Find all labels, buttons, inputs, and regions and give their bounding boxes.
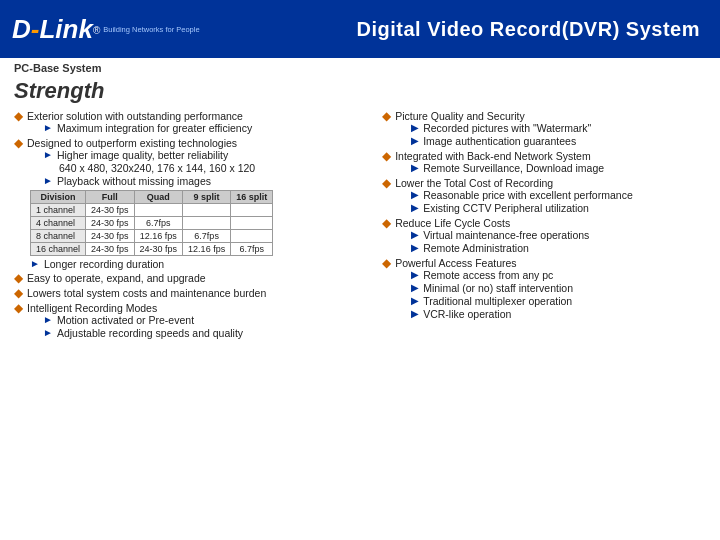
bullet-intelligent-text: Intelligent Recording Modes	[27, 302, 157, 314]
sub-item-int-1: ► Adjustable recording speeds and qualit…	[31, 327, 243, 339]
right-sub-3-1: ▶Remote Administration	[399, 242, 589, 254]
fps-table-body: 1 channel24-30 fps4 channel24-30 fps6.7f…	[31, 204, 273, 256]
strength-title: Strength	[14, 78, 706, 104]
diamond-icon-3: ◆	[14, 271, 23, 285]
bullet-lowers: ◆ Lowers total system costs and maintena…	[14, 287, 370, 300]
diamond-icon-1: ◆	[14, 109, 23, 123]
arrow-icon-2-0: ►	[43, 149, 53, 160]
right-sub-items-3: ▶Virtual maintenance-free operations▶Rem…	[399, 229, 589, 254]
right-arrow-4-0: ▶	[411, 269, 419, 280]
right-bullet-4: ◆Powerful Access Features▶Remote access …	[382, 257, 706, 321]
fps-cell-1-3	[183, 217, 231, 230]
logo-tagline: Building Networks for People	[103, 25, 199, 34]
right-sub-text-4-3: VCR-like operation	[423, 308, 511, 320]
right-sub-4-3: ▶VCR-like operation	[399, 308, 573, 320]
right-sub-text-0-1: Image authentication guarantees	[423, 135, 576, 147]
fps-cell-0-0: 1 channel	[31, 204, 86, 217]
left-column: ◆ Exterior solution with outstanding per…	[14, 110, 370, 342]
sub-text-1-0: Maximum integration for greater efficien…	[57, 122, 252, 134]
fps-cell-1-1: 24-30 fps	[86, 217, 135, 230]
th-division: Division	[31, 191, 86, 204]
fps-cell-0-4	[231, 204, 273, 217]
right-sub-text-4-0: Remote access from any pc	[423, 269, 553, 281]
right-sub-text-1-0: Remote Surveillance, Download image	[423, 162, 604, 174]
right-diamond-1: ◆	[382, 149, 391, 163]
fps-cell-3-4: 6.7fps	[231, 243, 273, 256]
right-diamond-0: ◆	[382, 109, 391, 123]
right-bullet-text-0: Picture Quality and Security	[395, 110, 525, 122]
right-sub-items-0: ▶Recorded pictures with "Watermark"▶Imag…	[399, 122, 591, 147]
diamond-icon-4: ◆	[14, 286, 23, 300]
logo-reg: ®	[93, 25, 100, 36]
right-bullet-3: ◆Reduce Life Cycle Costs▶Virtual mainten…	[382, 217, 706, 255]
right-sub-items-2: ▶Reasonable price with excellent perform…	[399, 189, 633, 214]
right-arrow-2-1: ▶	[411, 202, 419, 213]
right-sub-text-3-1: Remote Administration	[423, 242, 529, 254]
fps-cell-1-4	[231, 217, 273, 230]
fps-cell-0-3	[183, 204, 231, 217]
right-column: ◆Picture Quality and Security▶Recorded p…	[382, 110, 706, 342]
th-9split: 9 split	[183, 191, 231, 204]
right-arrow-0-0: ▶	[411, 122, 419, 133]
arrow-icon-int-0: ►	[43, 314, 53, 325]
right-bullet-text-2: Lower the Total Cost of Recording	[395, 177, 553, 189]
sub-text-int-0: Motion activated or Pre-event	[57, 314, 194, 326]
right-sub-items-4: ▶Remote access from any pc▶Minimal (or n…	[399, 269, 573, 320]
right-sub-3-0: ▶Virtual maintenance-free operations	[399, 229, 589, 241]
fps-cell-3-0: 16 channel	[31, 243, 86, 256]
th-16split: 16 split	[231, 191, 273, 204]
arrow-icon-longer: ►	[30, 258, 40, 269]
arrow-icon-2-2: ►	[43, 175, 53, 186]
fps-cell-2-1: 24-30 fps	[86, 230, 135, 243]
right-sub-1-0: ▶Remote Surveillance, Download image	[399, 162, 604, 174]
header-title: Digital Video Record(DVR) System	[357, 18, 700, 41]
fps-cell-2-0: 8 channel	[31, 230, 86, 243]
fps-cell-3-1: 24-30 fps	[86, 243, 135, 256]
right-sub-0-1: ▶Image authentication guarantees	[399, 135, 591, 147]
right-arrow-3-0: ▶	[411, 229, 419, 240]
right-bullet-text-1: Integrated with Back-end Network System	[395, 150, 591, 162]
fps-cell-2-4	[231, 230, 273, 243]
bullet-designed: ◆ Designed to outperform existing techno…	[14, 137, 370, 188]
right-bullet-1: ◆Integrated with Back-end Network System…	[382, 150, 706, 175]
right-bullet-0: ◆Picture Quality and Security▶Recorded p…	[382, 110, 706, 148]
right-sub-4-1: ▶Minimal (or no) staff intervention	[399, 282, 573, 294]
logo: D-Link® Building Networks for People	[12, 14, 200, 45]
sub-item-2-1: 640 x 480, 320x240, 176 x 144, 160 x 120	[31, 162, 255, 174]
sub-item-1-0: ► Maximum integration for greater effici…	[31, 122, 252, 134]
arrow-icon: ►	[43, 122, 53, 133]
header: D-Link® Building Networks for People Dig…	[0, 0, 720, 58]
sub-items-2: ► Higher image quality, better reliabili…	[31, 149, 255, 187]
fps-cell-0-2	[134, 204, 183, 217]
sub-item-2-2: ► Playback without missing images	[31, 175, 255, 187]
main-content: Strength ◆ Exterior solution with outsta…	[0, 76, 720, 346]
sub-text-int-1: Adjustable recording speeds and quality	[57, 327, 243, 339]
sub-text-2-0: Higher image quality, better reliability	[57, 149, 228, 161]
right-sub-4-0: ▶Remote access from any pc	[399, 269, 573, 281]
right-diamond-3: ◆	[382, 216, 391, 230]
right-sub-text-4-1: Minimal (or no) staff intervention	[423, 282, 573, 294]
right-sub-4-2: ▶Traditional multiplexer operation	[399, 295, 573, 307]
logo-link: Link	[39, 14, 92, 45]
bullet-exterior-text: Exterior solution with outstanding perfo…	[27, 110, 243, 122]
right-bullet-text-3: Reduce Life Cycle Costs	[395, 217, 510, 229]
right-diamond-4: ◆	[382, 256, 391, 270]
right-sub-text-3-0: Virtual maintenance-free operations	[423, 229, 589, 241]
bullet-lowers-text: Lowers total system costs and maintenanc…	[27, 287, 266, 299]
fps-table: Division Full Quad 9 split 16 split 1 ch…	[30, 190, 273, 256]
right-sub-2-0: ▶Reasonable price with excellent perform…	[399, 189, 633, 201]
right-arrow-0-1: ▶	[411, 135, 419, 146]
right-arrow-3-1: ▶	[411, 242, 419, 253]
logo-tagline-area: Building Networks for People	[103, 25, 199, 34]
right-arrow-4-1: ▶	[411, 282, 419, 293]
bullet-exterior: ◆ Exterior solution with outstanding per…	[14, 110, 370, 135]
right-arrow-4-2: ▶	[411, 295, 419, 306]
right-sub-0-0: ▶Recorded pictures with "Watermark"	[399, 122, 591, 134]
right-diamond-2: ◆	[382, 176, 391, 190]
fps-cell-0-1: 24-30 fps	[86, 204, 135, 217]
sub-text-2-1: 640 x 480, 320x240, 176 x 144, 160 x 120	[59, 162, 255, 174]
right-arrow-2-0: ▶	[411, 189, 419, 200]
sub-item-int-0: ► Motion activated or Pre-event	[31, 314, 243, 326]
fps-cell-2-2: 12.16 fps	[134, 230, 183, 243]
right-sub-text-2-0: Reasonable price with excellent performa…	[423, 189, 633, 201]
